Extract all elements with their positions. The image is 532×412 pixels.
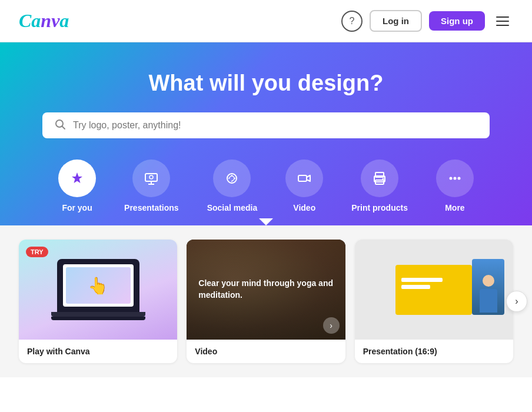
try-badge: TRY (26, 247, 48, 257)
search-input[interactable] (73, 120, 478, 131)
print-products-label: Print products (351, 203, 408, 212)
card-label: Presentation (16:9) (355, 340, 513, 363)
category-print-products[interactable]: Print products (351, 160, 408, 212)
login-button[interactable]: Log in (370, 10, 422, 32)
svg-rect-6 (298, 175, 307, 181)
presentation-illustration (355, 240, 513, 340)
cards-section: TRY 👆 Play with Canva Clear your mind th… (0, 225, 532, 377)
svg-point-12 (453, 177, 456, 180)
presentations-icon (132, 160, 170, 197)
cursor-icon: 👆 (88, 276, 108, 295)
svg-line-1 (62, 127, 65, 129)
svg-point-10 (383, 178, 384, 180)
card-play-with-canva[interactable]: TRY 👆 Play with Canva (19, 240, 177, 363)
header-actions: ? Log in Sign up (341, 10, 513, 32)
svg-point-13 (457, 177, 460, 180)
social-media-icon (213, 160, 251, 197)
search-icon (54, 118, 66, 132)
card-presentation[interactable]: Presentation (16:9) (355, 240, 513, 363)
header: Canva ? Log in Sign up (0, 0, 532, 42)
search-bar (42, 112, 490, 138)
video-icon (285, 160, 323, 197)
logo[interactable]: Canva (19, 10, 69, 32)
svg-rect-2 (145, 174, 157, 181)
hero-title: What will you design? (19, 71, 513, 96)
card-label: Video (187, 340, 345, 363)
print-products-icon (361, 160, 398, 197)
card-thumbnail (355, 240, 513, 340)
active-indicator (19, 218, 513, 225)
category-tabs: For you Presentations (19, 160, 513, 212)
svg-point-11 (449, 177, 452, 180)
video-arrow: › (323, 317, 340, 334)
svg-point-5 (149, 175, 153, 179)
card-label: Play with Canva (19, 340, 177, 363)
presentations-label: Presentations (124, 203, 179, 212)
more-icon (436, 160, 474, 197)
category-more[interactable]: More (436, 160, 474, 212)
help-icon: ? (350, 16, 355, 26)
menu-icon (496, 25, 509, 26)
hero-banner: What will you design? For you (0, 42, 532, 225)
laptop-illustration: 👆 (57, 259, 139, 312)
next-arrow[interactable]: › (506, 291, 527, 312)
for-you-icon (58, 160, 96, 197)
video-label: Video (293, 203, 315, 212)
category-presentations[interactable]: Presentations (124, 160, 179, 212)
more-label: More (445, 203, 464, 212)
signup-button[interactable]: Sign up (429, 11, 485, 31)
menu-button[interactable] (492, 11, 513, 32)
for-you-label: For you (62, 203, 92, 212)
category-social-media[interactable]: Social media (207, 160, 258, 212)
card-video[interactable]: Clear your mind through yoga and meditat… (187, 240, 345, 363)
category-video[interactable]: Video (285, 160, 323, 212)
category-for-you[interactable]: For you (58, 160, 96, 212)
menu-icon (496, 16, 509, 18)
social-media-label: Social media (207, 203, 258, 212)
video-overlay-title: Clear your mind through yoga and meditat… (198, 278, 333, 301)
card-thumbnail: TRY 👆 (19, 240, 177, 340)
help-button[interactable]: ? (341, 11, 363, 32)
menu-icon (496, 21, 509, 22)
card-thumbnail: Clear your mind through yoga and meditat… (187, 240, 345, 340)
video-overlay: Clear your mind through yoga and meditat… (187, 240, 345, 340)
